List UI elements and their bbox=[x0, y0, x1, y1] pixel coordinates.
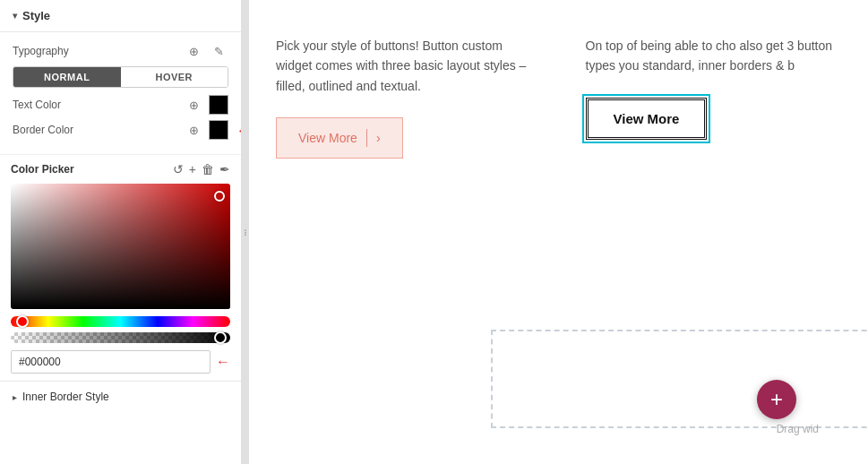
border-color-swatch[interactable] bbox=[209, 120, 228, 140]
border-color-row: Border Color ⊕ ← bbox=[13, 120, 228, 140]
typography-section: Typography ⊕ ✎ NORMAL HOVER Text Color ⊕… bbox=[0, 32, 241, 155]
drag-widget-label: Drag wid bbox=[777, 423, 819, 435]
inner-border-section[interactable]: ▸ Inner Border Style bbox=[0, 382, 241, 412]
color-picker-header: Color Picker ↺ + 🗑 ✒ bbox=[11, 162, 230, 176]
typography-label: Typography bbox=[13, 45, 69, 57]
add-color-button[interactable]: + bbox=[189, 162, 196, 176]
typography-edit-button[interactable]: ✎ bbox=[209, 41, 228, 61]
content-col-right: On top of being able to cho also get 3 b… bbox=[586, 36, 842, 159]
hex-arrow-indicator: ← bbox=[216, 354, 230, 370]
view-more-btn-label: View More bbox=[298, 131, 357, 145]
view-more-button-outlined[interactable]: View More › bbox=[276, 117, 403, 159]
color-gradient-canvas[interactable] bbox=[11, 184, 230, 309]
inner-border-label: Inner Border Style bbox=[22, 391, 109, 403]
text-color-globe-button[interactable]: ⊕ bbox=[184, 95, 203, 115]
hue-slider[interactable] bbox=[11, 316, 230, 327]
content-col-left: Pick your style of buttons! Button custo… bbox=[276, 36, 532, 159]
hex-color-input[interactable] bbox=[11, 350, 211, 374]
content-area: Pick your style of buttons! Button custo… bbox=[249, 0, 868, 194]
typography-globe-button[interactable]: ⊕ bbox=[184, 41, 203, 61]
text-color-swatch[interactable] bbox=[209, 95, 228, 115]
border-color-globe-button[interactable]: ⊕ bbox=[184, 120, 203, 140]
border-color-arrow-indicator: ← bbox=[236, 120, 242, 141]
left-panel: ▾ Style Typography ⊕ ✎ NORMAL HOVER Text… bbox=[0, 0, 242, 464]
state-toggle-group: NORMAL HOVER bbox=[13, 66, 228, 88]
panel-collapse-handle[interactable]: ··· bbox=[242, 0, 249, 464]
main-content: Pick your style of buttons! Button custo… bbox=[249, 0, 868, 464]
content-text-1: Pick your style of buttons! Button custo… bbox=[276, 36, 532, 96]
button-divider bbox=[366, 129, 367, 147]
style-label: Style bbox=[22, 9, 50, 22]
reset-color-button[interactable]: ↺ bbox=[173, 162, 184, 176]
color-picker-title: Color Picker bbox=[11, 163, 74, 176]
chevron-down-icon: ▾ bbox=[13, 11, 17, 21]
gradient-canvas-inner bbox=[11, 184, 230, 309]
normal-tab[interactable]: NORMAL bbox=[13, 67, 121, 87]
view-more-btn2-label: View More bbox=[614, 111, 680, 126]
text-color-label: Text Color bbox=[13, 99, 61, 111]
color-picker-section: Color Picker ↺ + 🗑 ✒ ← bbox=[0, 155, 241, 382]
double-border-button-container: View More bbox=[586, 98, 842, 140]
typography-icons: ⊕ ✎ bbox=[184, 41, 228, 61]
button-chevron-icon: › bbox=[376, 131, 381, 145]
opacity-slider[interactable] bbox=[11, 332, 230, 343]
color-picker-handle[interactable] bbox=[214, 191, 225, 202]
picker-action-buttons: ↺ + 🗑 ✒ bbox=[173, 162, 230, 176]
style-section-header[interactable]: ▾ Style bbox=[0, 0, 241, 32]
text-color-row: Text Color ⊕ bbox=[13, 95, 228, 115]
opacity-handle[interactable] bbox=[214, 331, 227, 344]
content-text-2: On top of being able to cho also get 3 b… bbox=[586, 36, 842, 76]
add-widget-fab[interactable]: + bbox=[757, 380, 796, 419]
hover-tab[interactable]: HOVER bbox=[121, 67, 228, 87]
view-more-button-double[interactable]: View More bbox=[586, 98, 708, 140]
eyedropper-button[interactable]: ✒ bbox=[219, 162, 230, 176]
expand-icon: ▸ bbox=[13, 392, 17, 402]
border-color-label: Border Color bbox=[13, 124, 73, 136]
delete-color-button[interactable]: 🗑 bbox=[202, 162, 214, 176]
dashed-drop-zone bbox=[491, 330, 868, 428]
hex-input-row: ← bbox=[11, 350, 230, 374]
hue-handle[interactable] bbox=[16, 315, 29, 328]
outlined-button-container: View More › bbox=[276, 117, 532, 159]
